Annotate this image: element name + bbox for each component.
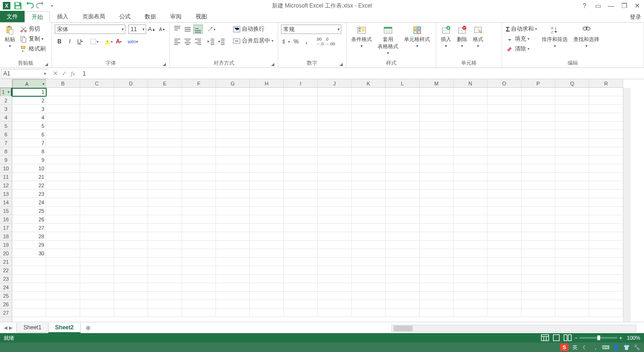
align-launcher-icon[interactable]: ◢ <box>270 62 275 67</box>
cell[interactable]: 25 <box>12 207 46 215</box>
cell[interactable] <box>555 292 589 300</box>
number-format-select[interactable]: 常规 <box>281 25 341 34</box>
cell[interactable]: 4 <box>12 113 46 122</box>
cell[interactable] <box>250 122 284 130</box>
cell[interactable] <box>148 130 182 139</box>
cell[interactable] <box>521 181 555 190</box>
row-header[interactable]: 18 <box>0 232 12 241</box>
column-header[interactable]: P <box>521 79 555 87</box>
cell[interactable] <box>250 113 284 122</box>
cell[interactable] <box>454 96 487 105</box>
cell[interactable] <box>250 181 284 190</box>
cell[interactable] <box>487 309 521 317</box>
cell[interactable] <box>114 96 148 105</box>
cell[interactable] <box>318 122 352 130</box>
cell[interactable] <box>80 173 114 181</box>
tray-person-icon[interactable]: 👤 <box>612 344 620 351</box>
cell[interactable] <box>284 266 318 275</box>
cell[interactable] <box>80 258 114 266</box>
cell[interactable] <box>148 232 182 241</box>
tab-review[interactable]: 审阅 <box>163 11 189 22</box>
cell[interactable] <box>454 258 487 266</box>
cell[interactable] <box>555 249 589 258</box>
cell[interactable] <box>352 173 386 181</box>
align-center-icon[interactable] <box>183 37 192 46</box>
cell[interactable] <box>284 122 318 130</box>
cell[interactable] <box>487 241 521 249</box>
cell[interactable] <box>284 232 318 241</box>
cell[interactable] <box>284 156 318 164</box>
tab-view[interactable]: 视图 <box>189 11 214 22</box>
row-header[interactable]: 2 <box>0 96 12 105</box>
cell[interactable] <box>318 232 352 241</box>
cell[interactable] <box>589 96 623 105</box>
cell[interactable] <box>589 113 623 122</box>
delete-cells-button[interactable]: 删除▾ <box>455 25 469 49</box>
copy-button[interactable]: 复制 ▾ <box>19 34 47 43</box>
cell[interactable] <box>46 122 80 130</box>
cell[interactable] <box>46 275 80 283</box>
cell[interactable] <box>216 173 250 181</box>
cell[interactable] <box>454 173 487 181</box>
cell[interactable] <box>420 198 454 207</box>
cell[interactable] <box>487 292 521 300</box>
cell[interactable] <box>589 215 623 224</box>
cell[interactable] <box>454 215 487 224</box>
tab-file[interactable]: 文件 <box>0 11 25 22</box>
cell[interactable] <box>521 105 555 113</box>
cell[interactable] <box>46 181 80 190</box>
cell[interactable] <box>250 173 284 181</box>
column-header[interactable]: J <box>318 79 352 87</box>
cell[interactable] <box>352 139 386 147</box>
cell[interactable] <box>589 309 623 317</box>
cell[interactable] <box>454 139 487 147</box>
cell[interactable] <box>318 105 352 113</box>
cell[interactable] <box>386 181 420 190</box>
cell[interactable] <box>555 241 589 249</box>
cell[interactable] <box>521 198 555 207</box>
cell[interactable] <box>352 164 386 173</box>
save-icon[interactable] <box>13 1 23 10</box>
cell[interactable] <box>182 241 216 249</box>
cell[interactable] <box>148 164 182 173</box>
cell[interactable] <box>80 275 114 283</box>
cell[interactable] <box>284 275 318 283</box>
cell[interactable] <box>521 258 555 266</box>
tray-wrench-icon[interactable]: 🔧 <box>633 344 641 351</box>
cell[interactable] <box>250 249 284 258</box>
cell[interactable] <box>80 105 114 113</box>
cell[interactable] <box>250 207 284 215</box>
zoom-slider[interactable]: −+ 100% <box>575 335 640 341</box>
format-painter-button[interactable]: 格式刷 <box>19 44 47 53</box>
cell[interactable] <box>454 275 487 283</box>
row-header[interactable]: 21 <box>0 258 12 266</box>
cell[interactable] <box>80 215 114 224</box>
cell[interactable] <box>420 292 454 300</box>
align-left-icon[interactable] <box>173 37 182 46</box>
cell[interactable] <box>216 249 250 258</box>
cell[interactable] <box>555 224 589 232</box>
cell[interactable] <box>589 130 623 139</box>
fill-color-icon[interactable] <box>104 37 113 46</box>
cell[interactable] <box>250 164 284 173</box>
percent-icon[interactable]: % <box>291 37 301 46</box>
cell[interactable] <box>216 198 250 207</box>
cell[interactable] <box>46 190 80 198</box>
cell[interactable] <box>589 292 623 300</box>
cell[interactable] <box>148 173 182 181</box>
cell[interactable] <box>114 105 148 113</box>
cell[interactable] <box>80 147 114 156</box>
row-header[interactable]: 17 <box>0 224 12 232</box>
cell[interactable] <box>589 198 623 207</box>
cell[interactable] <box>386 147 420 156</box>
font-launcher-icon[interactable]: ◢ <box>162 62 166 67</box>
row-header[interactable]: 22 <box>0 266 12 275</box>
cell[interactable] <box>454 207 487 215</box>
sheet-tab-1[interactable]: Sheet1 <box>17 323 49 333</box>
cell[interactable] <box>521 173 555 181</box>
cell[interactable] <box>521 190 555 198</box>
cell[interactable] <box>148 105 182 113</box>
cell[interactable] <box>420 181 454 190</box>
cell[interactable] <box>182 156 216 164</box>
row-header[interactable]: 11 <box>0 173 12 181</box>
